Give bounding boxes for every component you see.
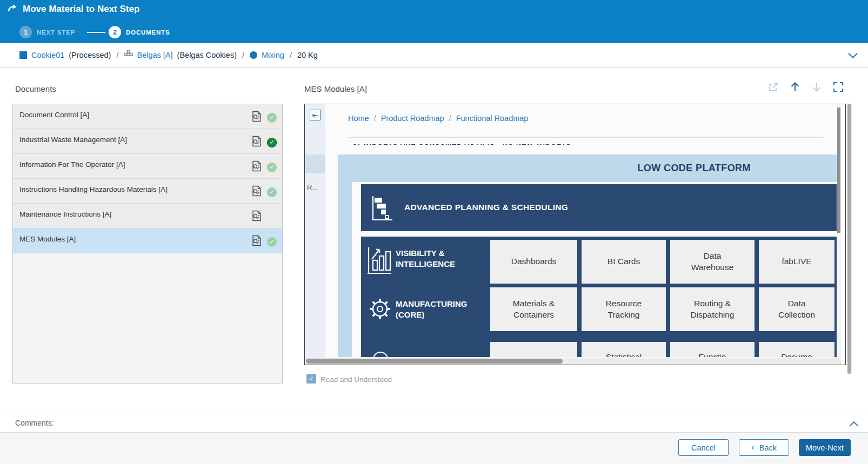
open-external-icon[interactable] <box>767 81 779 93</box>
back-button-label: Back <box>759 443 777 452</box>
document-preview-icon[interactable] <box>251 136 262 149</box>
step-2-circle[interactable]: 2 <box>109 26 121 38</box>
viewer-toolbar <box>767 81 844 93</box>
document-row-selected[interactable]: MES Modules [A] ✓ <box>13 228 282 253</box>
move-next-arrow-icon <box>8 4 18 15</box>
sidebar-truncated-label[interactable]: R... <box>307 183 318 191</box>
module-cell: Dashboards <box>490 240 577 284</box>
document-label: Instructions Handling Hazardous Material… <box>19 185 168 193</box>
step-1-label[interactable]: NEXT STEP <box>37 29 75 36</box>
document-preview-icon[interactable] <box>251 160 262 174</box>
document-preview-icon[interactable] <box>251 210 262 224</box>
third-row-label-cell <box>361 334 489 357</box>
read-status-check-icon: ✓ <box>267 163 277 172</box>
move-material-dialog: Move Material to Next Step 1 NEXT STEP 2… <box>0 0 868 464</box>
document-label: Maintenance Instructions [A] <box>19 210 111 218</box>
read-understood-checkbox[interactable]: ✓ <box>306 374 316 384</box>
viewer-title: MES Modules [A] <box>304 84 367 93</box>
doc-breadcrumb-separator: / <box>374 114 376 123</box>
breadcrumb-step-link[interactable]: Mixing <box>262 51 284 59</box>
document-divider <box>348 137 824 138</box>
document-row[interactable]: Instructions Handling Hazardous Material… <box>13 179 282 204</box>
panel-vertical-scrollbar[interactable] <box>847 104 852 374</box>
step-dot-icon <box>250 51 257 59</box>
wizard-stepper: 1 NEXT STEP 2 DOCUMENTS <box>19 26 170 38</box>
visibility-intelligence-label-cell: VISIBILITY & INTELLIGENCE <box>361 237 489 284</box>
step-1-circle[interactable]: 1 <box>19 26 32 38</box>
material-breadcrumb-bar: Cookie01 (Processed) / Belgas [A] (Belga… <box>0 43 868 68</box>
breadcrumb-separator: / <box>290 51 292 59</box>
move-next-button[interactable]: Move-Next <box>799 439 851 456</box>
viewer-horizontal-scrollbar-thumb[interactable] <box>306 359 563 364</box>
module-cell: fabLIVE <box>759 240 834 284</box>
doc-breadcrumb-product-roadmap-link[interactable]: Product Roadmap <box>381 114 444 123</box>
documents-panel-title: Documents <box>15 84 56 93</box>
footer-bar <box>0 433 868 464</box>
viewer-horizontal-scrollbar[interactable] <box>305 358 841 365</box>
module-cell: Data Collection <box>759 287 834 331</box>
viewer-sidebar: ⇤ R... <box>305 104 325 365</box>
document-row[interactable]: Industrial Waste Management [A] ✓ <box>13 129 282 154</box>
advanced-planning-bar: ADVANCED PLANNING & SCHEDULING <box>361 184 841 231</box>
module-cell: Resource Tracking <box>582 287 666 331</box>
doc-breadcrumb-separator: / <box>449 114 451 123</box>
read-understood-label: Read and Understood <box>321 375 392 384</box>
low-code-platform-band: LOW CODE PLATFORM <box>338 154 841 182</box>
chevron-left-icon: ‹ <box>751 442 755 453</box>
breadcrumb: Cookie01 (Processed) / Belgas [A] (Belga… <box>19 43 318 67</box>
product-description: (Belgas Cookies) <box>177 51 237 59</box>
page-vertical-scrollbar-thumb[interactable] <box>837 107 840 233</box>
module-cell: Data Warehouse <box>670 240 755 284</box>
document-preview-icon[interactable] <box>251 235 262 248</box>
read-status-check-icon: ✓ <box>267 113 277 123</box>
module-cell: Routing & Dispatching <box>670 287 755 331</box>
document-label: Information For The Operator [A] <box>19 160 125 169</box>
low-code-platform-label: LOW CODE PLATFORM <box>637 163 750 174</box>
breadcrumb-separator: / <box>116 51 118 59</box>
document-row[interactable]: Information For The Operator [A] ✓ <box>13 154 282 179</box>
circle-icon-partial <box>370 347 391 357</box>
material-state: (Processed) <box>69 51 111 59</box>
breadcrumb-product-link[interactable]: Belgas [A] <box>137 51 172 59</box>
previous-document-arrow-up-icon[interactable] <box>789 81 801 93</box>
document-label: Industrial Waste Management [A] <box>19 136 127 144</box>
document-breadcrumb: Home / Product Roadmap / Functional Road… <box>348 114 528 123</box>
chevron-up-icon[interactable] <box>849 420 859 429</box>
advanced-planning-label: ADVANCED PLANNING & SCHEDULING <box>404 203 568 212</box>
breadcrumb-separator: / <box>242 51 244 59</box>
module-cell-partial: Functio <box>670 342 755 357</box>
material-square-icon <box>19 51 27 59</box>
cancel-button[interactable]: Cancel <box>678 439 729 456</box>
step-2-label[interactable]: DOCUMENTS <box>126 29 170 36</box>
stepper-connector <box>87 32 105 33</box>
document-preview-icon[interactable] <box>251 111 262 124</box>
panel-vertical-scrollbar-thumb[interactable] <box>847 104 851 374</box>
doc-breadcrumb-functional-roadmap-link[interactable]: Functional Roadmap <box>456 114 529 123</box>
chevron-down-icon[interactable] <box>847 51 858 61</box>
breadcrumb-material-link[interactable]: Cookie01 <box>31 51 64 59</box>
dialog-header: Move Material to Next Step 1 NEXT STEP 2… <box>0 0 868 43</box>
document-preview-icon[interactable] <box>251 185 262 199</box>
clipped-heading: UI WIDGETS ARE CONSUMED AS APIS - NO NEW… <box>352 144 633 148</box>
comments-divider <box>0 413 868 413</box>
comments-label: Comments: <box>15 419 54 427</box>
document-row[interactable]: Maintenance Instructions [A] <box>13 204 282 228</box>
page-vertical-scrollbar[interactable] <box>837 104 841 357</box>
product-grid-icon <box>124 50 133 60</box>
bar-chart-icon <box>366 246 392 277</box>
sidebar-section-block[interactable] <box>305 154 325 173</box>
next-document-arrow-down-icon[interactable] <box>811 81 823 93</box>
module-cell: BI Cards <box>582 240 666 284</box>
platform-band-left-edge <box>338 182 352 357</box>
gear-icon <box>366 295 393 325</box>
read-status-check-icon: ✓ <box>267 237 277 247</box>
document-viewer: ⇤ R... Home / Product Roadmap / Function… <box>304 104 846 365</box>
manufacturing-core-label-cell: MANUFACTURING (CORE) <box>361 284 489 334</box>
back-button[interactable]: ‹ Back <box>739 439 789 456</box>
document-label: Document Control [A] <box>19 111 89 119</box>
document-row[interactable]: Document Control [A] ✓ <box>13 104 282 129</box>
material-quantity: 20 Kg <box>297 51 318 59</box>
collapse-sidebar-icon[interactable]: ⇤ <box>310 110 321 120</box>
fullscreen-icon[interactable] <box>832 81 844 93</box>
doc-breadcrumb-home-link[interactable]: Home <box>348 114 369 123</box>
